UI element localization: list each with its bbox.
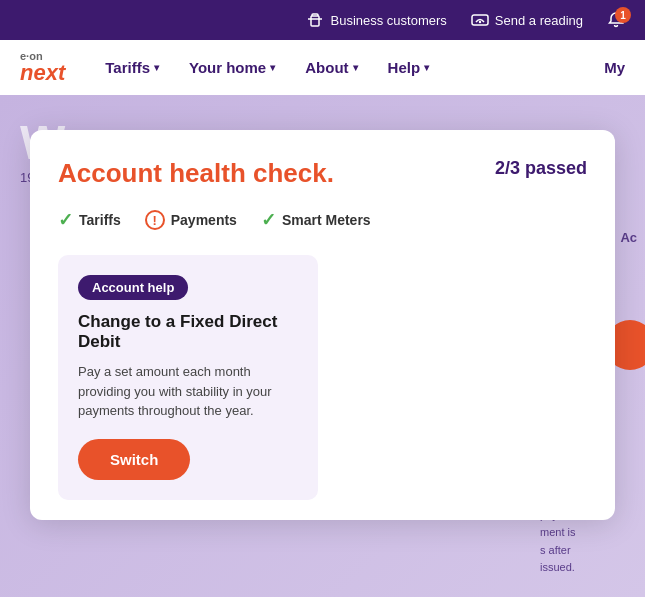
check-payments-label: Payments [171,212,237,228]
business-customers-label: Business customers [330,13,446,28]
check-smart-meters: ✓ Smart Meters [261,209,371,231]
modal-passed: 2/3 passed [495,158,587,179]
card-description: Pay a set amount each month providing yo… [78,362,298,421]
check-tariffs-label: Tariffs [79,212,121,228]
svg-rect-0 [311,16,319,26]
check-smart-meters-label: Smart Meters [282,212,371,228]
nav-your-home-label: Your home [189,59,266,76]
notification-badge: 1 [615,7,631,23]
briefcase-icon [306,11,324,29]
chevron-down-icon: ▾ [270,62,275,73]
modal-title: Account health check. [58,158,334,189]
right-ac-label: Ac [620,230,637,245]
nav-your-home[interactable]: Your home ▾ [189,59,275,76]
nav-about[interactable]: About ▾ [305,59,357,76]
notifications-link[interactable]: 1 [607,11,625,29]
logo-next: next [20,62,65,84]
account-health-modal: Account health check. 2/3 passed ✓ Tarif… [30,130,615,520]
modal-header: Account health check. 2/3 passed [58,158,587,189]
meter-icon [471,11,489,29]
nav-my[interactable]: My [604,59,625,76]
check-green-icon-2: ✓ [261,209,276,231]
nav-bar: e·on next Tariffs ▾ Your home ▾ About ▾ … [0,40,645,95]
right-partial-content: Ac [620,230,637,245]
svg-point-3 [479,21,481,23]
modal-checks: ✓ Tariffs ! Payments ✓ Smart Meters [58,209,587,231]
chevron-down-icon: ▾ [353,62,358,73]
business-customers-link[interactable]: Business customers [306,11,446,29]
nav-help-label: Help [388,59,421,76]
account-help-card: Account help Change to a Fixed Direct De… [58,255,318,500]
nav-my-label: My [604,59,625,76]
nav-help[interactable]: Help ▾ [388,59,430,76]
nav-about-label: About [305,59,348,76]
check-tariffs: ✓ Tariffs [58,209,121,231]
nav-tariffs[interactable]: Tariffs ▾ [105,59,159,76]
logo[interactable]: e·on next [20,51,65,84]
send-reading-label: Send a reading [495,13,583,28]
check-payments: ! Payments [145,210,237,230]
check-green-icon: ✓ [58,209,73,231]
check-warning-icon: ! [145,210,165,230]
switch-button[interactable]: Switch [78,439,190,480]
chevron-down-icon: ▾ [424,62,429,73]
nav-tariffs-label: Tariffs [105,59,150,76]
send-reading-link[interactable]: Send a reading [471,11,583,29]
chevron-down-icon: ▾ [154,62,159,73]
card-badge: Account help [78,275,188,300]
top-bar: Business customers Send a reading 1 [0,0,645,40]
card-title: Change to a Fixed Direct Debit [78,312,298,352]
